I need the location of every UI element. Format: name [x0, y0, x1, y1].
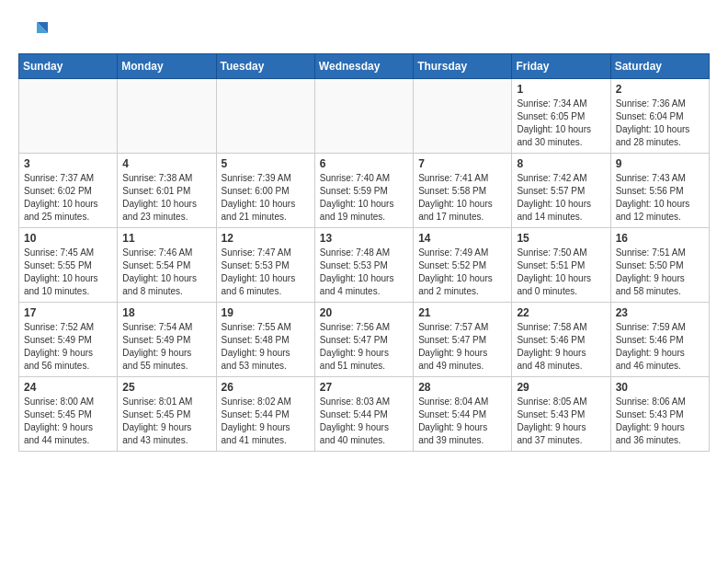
day-info: Sunrise: 7:56 AMSunset: 5:47 PMDaylight:… — [320, 321, 408, 373]
day-number: 25 — [122, 381, 210, 394]
day-number: 15 — [517, 232, 605, 245]
day-number: 20 — [320, 306, 408, 319]
day-number: 30 — [616, 381, 704, 394]
calendar-cell: 27Sunrise: 8:03 AMSunset: 5:44 PMDayligh… — [314, 377, 413, 452]
day-info: Sunrise: 7:43 AMSunset: 5:56 PMDaylight:… — [616, 172, 704, 224]
calendar-cell: 12Sunrise: 7:47 AMSunset: 5:53 PMDayligh… — [216, 228, 314, 303]
day-info: Sunrise: 8:00 AMSunset: 5:45 PMDaylight:… — [24, 396, 112, 447]
day-number: 8 — [517, 157, 605, 170]
day-number: 10 — [24, 232, 112, 245]
weekday-header-wednesday: Wednesday — [314, 54, 413, 79]
calendar-cell: 24Sunrise: 8:00 AMSunset: 5:45 PMDayligh… — [19, 377, 118, 452]
day-number: 3 — [24, 157, 112, 170]
day-info: Sunrise: 7:36 AMSunset: 6:04 PMDaylight:… — [616, 98, 704, 149]
day-number: 2 — [616, 83, 704, 96]
day-info: Sunrise: 7:34 AMSunset: 6:05 PMDaylight:… — [517, 98, 605, 149]
day-info: Sunrise: 8:03 AMSunset: 5:44 PMDaylight:… — [320, 396, 408, 447]
day-info: Sunrise: 7:38 AMSunset: 6:01 PMDaylight:… — [122, 172, 210, 224]
day-info: Sunrise: 7:45 AMSunset: 5:55 PMDaylight:… — [24, 247, 112, 298]
day-number: 5 — [222, 157, 310, 170]
calendar-cell — [19, 79, 118, 154]
calendar-cell: 22Sunrise: 7:58 AMSunset: 5:46 PMDayligh… — [512, 303, 610, 377]
calendar-cell: 14Sunrise: 7:49 AMSunset: 5:52 PMDayligh… — [414, 228, 512, 303]
calendar-week-row-3: 17Sunrise: 7:52 AMSunset: 5:49 PMDayligh… — [19, 303, 710, 377]
calendar-cell: 29Sunrise: 8:05 AMSunset: 5:43 PMDayligh… — [512, 377, 610, 452]
day-number: 16 — [616, 232, 704, 245]
logo — [18, 15, 51, 44]
calendar-cell: 19Sunrise: 7:55 AMSunset: 5:48 PMDayligh… — [216, 303, 314, 377]
day-number: 21 — [418, 306, 506, 319]
calendar-cell: 17Sunrise: 7:52 AMSunset: 5:49 PMDayligh… — [19, 303, 118, 377]
day-number: 27 — [320, 381, 408, 394]
calendar-cell: 26Sunrise: 8:02 AMSunset: 5:44 PMDayligh… — [216, 377, 314, 452]
day-info: Sunrise: 7:57 AMSunset: 5:47 PMDaylight:… — [418, 321, 506, 373]
weekday-header-row: SundayMondayTuesdayWednesdayThursdayFrid… — [19, 54, 710, 79]
weekday-header-sunday: Sunday — [19, 54, 118, 79]
weekday-header-monday: Monday — [118, 54, 216, 79]
day-info: Sunrise: 8:02 AMSunset: 5:44 PMDaylight:… — [222, 396, 310, 447]
day-info: Sunrise: 7:40 AMSunset: 5:59 PMDaylight:… — [320, 172, 408, 224]
day-info: Sunrise: 7:42 AMSunset: 5:57 PMDaylight:… — [517, 172, 605, 224]
calendar-cell — [414, 79, 512, 154]
day-number: 18 — [122, 306, 210, 319]
day-number: 23 — [616, 306, 704, 319]
day-info: Sunrise: 7:59 AMSunset: 5:46 PMDaylight:… — [616, 321, 704, 373]
calendar-cell: 30Sunrise: 8:06 AMSunset: 5:43 PMDayligh… — [610, 377, 709, 452]
day-info: Sunrise: 8:04 AMSunset: 5:44 PMDaylight:… — [418, 396, 506, 447]
day-info: Sunrise: 7:39 AMSunset: 6:00 PMDaylight:… — [222, 172, 310, 224]
day-info: Sunrise: 7:48 AMSunset: 5:53 PMDaylight:… — [320, 247, 408, 298]
day-number: 22 — [517, 306, 605, 319]
day-number: 14 — [418, 232, 506, 245]
calendar-cell — [314, 79, 413, 154]
day-info: Sunrise: 7:37 AMSunset: 6:02 PMDaylight:… — [24, 172, 112, 224]
day-info: Sunrise: 7:50 AMSunset: 5:51 PMDaylight:… — [517, 247, 605, 298]
day-number: 26 — [222, 381, 310, 394]
day-info: Sunrise: 7:52 AMSunset: 5:49 PMDaylight:… — [24, 321, 112, 373]
day-info: Sunrise: 7:55 AMSunset: 5:48 PMDaylight:… — [222, 321, 310, 373]
day-info: Sunrise: 7:46 AMSunset: 5:54 PMDaylight:… — [122, 247, 210, 298]
day-info: Sunrise: 7:58 AMSunset: 5:46 PMDaylight:… — [517, 321, 605, 373]
day-number: 12 — [222, 232, 310, 245]
day-info: Sunrise: 7:54 AMSunset: 5:49 PMDaylight:… — [122, 321, 210, 373]
calendar-cell: 20Sunrise: 7:56 AMSunset: 5:47 PMDayligh… — [314, 303, 413, 377]
calendar-cell: 1Sunrise: 7:34 AMSunset: 6:05 PMDaylight… — [512, 79, 610, 154]
calendar-cell: 18Sunrise: 7:54 AMSunset: 5:49 PMDayligh… — [118, 303, 216, 377]
day-info: Sunrise: 8:06 AMSunset: 5:43 PMDaylight:… — [616, 396, 704, 447]
day-info: Sunrise: 7:49 AMSunset: 5:52 PMDaylight:… — [418, 247, 506, 298]
page: SundayMondayTuesdayWednesdayThursdayFrid… — [0, 0, 728, 466]
day-number: 28 — [418, 381, 506, 394]
calendar-cell — [216, 79, 314, 154]
calendar-week-row-1: 3Sunrise: 7:37 AMSunset: 6:02 PMDaylight… — [19, 154, 710, 228]
day-info: Sunrise: 7:47 AMSunset: 5:53 PMDaylight:… — [222, 247, 310, 298]
weekday-header-tuesday: Tuesday — [216, 54, 314, 79]
calendar-cell: 10Sunrise: 7:45 AMSunset: 5:55 PMDayligh… — [19, 228, 118, 303]
calendar-cell: 21Sunrise: 7:57 AMSunset: 5:47 PMDayligh… — [414, 303, 512, 377]
calendar-table: SundayMondayTuesdayWednesdayThursdayFrid… — [18, 53, 710, 452]
calendar-cell: 28Sunrise: 8:04 AMSunset: 5:44 PMDayligh… — [414, 377, 512, 452]
calendar-cell: 11Sunrise: 7:46 AMSunset: 5:54 PMDayligh… — [118, 228, 216, 303]
calendar-cell: 5Sunrise: 7:39 AMSunset: 6:00 PMDaylight… — [216, 154, 314, 228]
day-number: 11 — [122, 232, 210, 245]
day-number: 24 — [24, 381, 112, 394]
day-number: 13 — [320, 232, 408, 245]
day-number: 4 — [122, 157, 210, 170]
day-info: Sunrise: 7:51 AMSunset: 5:50 PMDaylight:… — [616, 247, 704, 298]
weekday-header-saturday: Saturday — [610, 54, 709, 79]
weekday-header-thursday: Thursday — [414, 54, 512, 79]
calendar-week-row-2: 10Sunrise: 7:45 AMSunset: 5:55 PMDayligh… — [19, 228, 710, 303]
calendar-cell: 13Sunrise: 7:48 AMSunset: 5:53 PMDayligh… — [314, 228, 413, 303]
day-number: 29 — [517, 381, 605, 394]
calendar-cell: 16Sunrise: 7:51 AMSunset: 5:50 PMDayligh… — [610, 228, 709, 303]
day-info: Sunrise: 8:01 AMSunset: 5:45 PMDaylight:… — [122, 396, 210, 447]
header — [18, 15, 710, 44]
calendar-cell: 23Sunrise: 7:59 AMSunset: 5:46 PMDayligh… — [610, 303, 709, 377]
calendar-cell: 3Sunrise: 7:37 AMSunset: 6:02 PMDaylight… — [19, 154, 118, 228]
day-info: Sunrise: 7:41 AMSunset: 5:58 PMDaylight:… — [418, 172, 506, 224]
weekday-header-friday: Friday — [512, 54, 610, 79]
day-number: 19 — [222, 306, 310, 319]
calendar-cell: 6Sunrise: 7:40 AMSunset: 5:59 PMDaylight… — [314, 154, 413, 228]
calendar-cell: 9Sunrise: 7:43 AMSunset: 5:56 PMDaylight… — [610, 154, 709, 228]
day-number: 1 — [517, 83, 605, 96]
logo-icon — [18, 15, 48, 44]
calendar-week-row-4: 24Sunrise: 8:00 AMSunset: 5:45 PMDayligh… — [19, 377, 710, 452]
